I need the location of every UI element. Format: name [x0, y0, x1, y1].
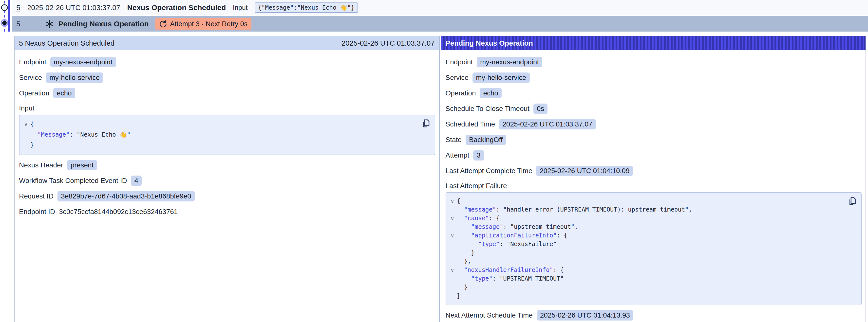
code-text: "applicationFailureInfo": {	[457, 231, 567, 240]
field-row-endpoint: Endpointmy-nexus-endpoint	[445, 57, 862, 68]
field-row-attempt: Attempt3	[445, 150, 862, 161]
code-line: ∨ "cause": {	[448, 214, 844, 223]
code-text: },	[457, 257, 471, 266]
field-row-request-id: Request ID3e829b7e-7d67-4b08-aad3-b1e868…	[19, 191, 435, 202]
event-title: Nexus Operation Scheduled	[127, 3, 226, 12]
field-label: Workflow Task Completed Event ID	[19, 177, 127, 185]
failure-section-label: Last Attempt Failure	[445, 181, 862, 191]
code-text: "message": "handler error (UPSTREAM_TIME…	[457, 205, 692, 214]
code-line: "message": "upstream timeout",	[448, 223, 844, 231]
pending-title: Pending Nexus Operation	[58, 20, 149, 28]
code-text: "type": "UPSTREAM_TIMEOUT"	[457, 275, 564, 283]
scheduled-panel-title: 5 Nexus Operation Scheduled	[19, 39, 115, 47]
event-node-icon	[1, 5, 7, 10]
field-value-badge: 2025-02-26 UTC 01:04:13.93	[537, 310, 633, 321]
field-value-badge: echo	[479, 88, 502, 98]
pending-panel-body: Endpointmy-nexus-endpointServicemy-hello…	[441, 50, 866, 322]
field-value-badge: my-hello-service	[472, 72, 530, 83]
pending-panel-header: Pending Nexus Operation	[441, 36, 866, 50]
field-value-badge: 0s	[533, 103, 548, 114]
collapse-chevron-icon[interactable]: ∨	[448, 197, 457, 205]
failure-code-block: ∨{ "message": "handler error (UPSTREAM_T…	[445, 192, 862, 305]
field-row-nexus-header: Nexus Headerpresent	[19, 160, 435, 171]
collapse-chevron-icon[interactable]: ∨	[448, 231, 457, 240]
scheduled-panel-timestamp: 2025-02-26 UTC 01:03:37.07	[341, 39, 434, 47]
input-section-label: Input	[19, 103, 435, 113]
field-value-link[interactable]: 3c0c75ccfa8144b092c13ce632463761	[59, 208, 178, 216]
input-code-block: ∨{ "Message": "Nexus Echo 👋"}	[19, 115, 435, 155]
event-row-scheduled[interactable]: 5 2025-02-26 UTC 01:03:37.07 Nexus Opera…	[12, 0, 868, 15]
timeline-graphic	[0, 0, 12, 33]
code-line: "type": "UPSTREAM_TIMEOUT"	[448, 275, 844, 283]
field-label: Schedule To Close Timeout	[445, 105, 529, 113]
code-line: }	[448, 283, 844, 292]
pending-fields: Endpointmy-nexus-endpointServicemy-hello…	[445, 57, 862, 176]
field-row-next-attempt-schedule-time: Next Attempt Schedule Time2025-02-26 UTC…	[445, 310, 862, 321]
code-line: ∨ "nexusHandlerFailureInfo": {	[448, 266, 844, 275]
code-text: {	[457, 197, 460, 205]
retry-icon	[159, 20, 167, 28]
code-line: ∨{	[448, 197, 844, 205]
event-id-link[interactable]: 5	[16, 4, 20, 12]
field-value-badge: my-nexus-endpoint	[50, 57, 116, 67]
attempt-badge-text: Attempt 3 · Next Retry 0s	[170, 20, 247, 28]
copy-button[interactable]	[847, 196, 857, 207]
field-label: Operation	[19, 89, 49, 97]
code-line: }	[22, 140, 417, 150]
code-line: "Message": "Nexus Echo 👋"	[22, 129, 417, 140]
field-label: Service	[445, 74, 469, 82]
code-text: "message": "upstream timeout",	[457, 223, 578, 231]
pending-operation-panel: Pending Nexus Operation Endpointmy-nexus…	[441, 36, 866, 322]
event-input-chip[interactable]: {"Message":"Nexus Echo 👋"}	[255, 2, 358, 13]
code-line: ∨{	[22, 119, 417, 129]
field-value-badge: echo	[53, 88, 75, 98]
field-label: Endpoint	[445, 58, 473, 66]
field-label: Operation	[445, 89, 476, 97]
code-line: "type": "NexusFailure"	[448, 240, 844, 249]
collapse-chevron-icon[interactable]: ∨	[22, 119, 30, 129]
code-text: }	[457, 249, 475, 257]
timeline-active-bar	[8, 0, 10, 32]
code-text: "nexusHandlerFailureInfo": {	[457, 266, 564, 275]
code-text: }	[30, 140, 34, 150]
field-label: Nexus Header	[19, 161, 63, 169]
field-value-badge: present	[67, 160, 97, 170]
field-value-badge: my-nexus-endpoint	[477, 57, 542, 67]
scheduled-event-panel: 5 Nexus Operation Scheduled 2025-02-26 U…	[14, 36, 440, 322]
event-timestamp: 2025-02-26 UTC 01:03:37.07	[27, 4, 120, 12]
field-row-scheduled-time: Scheduled Time2025-02-26 UTC 01:03:37.07	[445, 119, 862, 130]
pending-fields-footer: Next Attempt Schedule Time2025-02-26 UTC…	[445, 310, 862, 321]
field-value-badge: 4	[131, 175, 142, 186]
selected-node-icon	[2, 21, 7, 25]
field-label: State	[445, 136, 462, 144]
field-value-badge: 2025-02-26 UTC 01:04:10.09	[536, 166, 633, 176]
event-input-label: Input	[233, 4, 248, 11]
code-text: "cause": {	[457, 214, 500, 223]
code-line: }	[448, 292, 844, 300]
field-row-operation: Operationecho	[445, 88, 862, 99]
code-line: "message": "handler error (UPSTREAM_TIME…	[448, 205, 844, 214]
code-text: {	[30, 119, 34, 129]
field-label: Request ID	[19, 192, 54, 200]
scheduled-panel-header: 5 Nexus Operation Scheduled 2025-02-26 U…	[14, 36, 439, 50]
field-row-operation: Operationecho	[19, 88, 435, 99]
field-row-endpoint: Endpointmy-nexus-endpoint	[19, 57, 435, 68]
field-label: Service	[19, 74, 42, 82]
collapse-chevron-icon[interactable]: ∨	[448, 266, 457, 275]
code-text: "type": "NexusFailure"	[457, 240, 557, 249]
field-row-endpoint-id: Endpoint ID3c0c75ccfa8144b092c13ce632463…	[19, 206, 435, 217]
code-text: }	[457, 292, 460, 300]
pending-panel-title: Pending Nexus Operation	[445, 39, 533, 47]
pending-id-link[interactable]: 5	[16, 20, 20, 28]
field-row-state: StateBackingOff	[445, 134, 862, 145]
field-value-badge: 3e829b7e-7d67-4b08-aad3-b1e868bfe9e0	[58, 191, 195, 201]
code-line: ∨ "applicationFailureInfo": {	[448, 231, 844, 240]
event-row-pending[interactable]: 5 Pending Nexus Operation Attempt 3 · Ne…	[12, 16, 868, 32]
field-row-schedule-to-close-timeout: Schedule To Close Timeout0s	[445, 103, 862, 114]
field-label: Last Attempt Complete Time	[445, 167, 532, 175]
input-code-lines: ∨{ "Message": "Nexus Echo 👋"}	[22, 119, 417, 150]
attempt-retry-badge: Attempt 3 · Next Retry 0s	[155, 18, 251, 30]
scheduled-fields-bottom: Nexus HeaderpresentWorkflow Task Complet…	[19, 160, 435, 217]
copy-button[interactable]	[421, 119, 431, 129]
collapse-chevron-icon[interactable]: ∨	[448, 214, 457, 223]
